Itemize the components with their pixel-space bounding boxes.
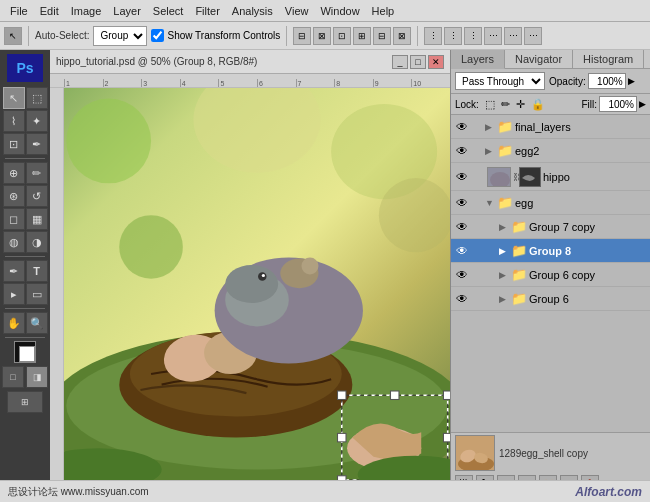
show-transform-checkbox[interactable]: Show Transform Controls <box>151 29 280 42</box>
layer-expand-arrow-egg2[interactable]: ▶ <box>485 146 495 156</box>
path-selection-tool[interactable]: ▸ <box>3 283 25 305</box>
lasso-tool[interactable]: ⌇ <box>3 110 25 132</box>
visibility-eye-egg[interactable]: 👁 <box>453 194 471 212</box>
maximize-button[interactable]: □ <box>410 55 426 69</box>
gradient-tool[interactable]: ▦ <box>26 208 48 230</box>
visibility-eye-group8[interactable]: 👁 <box>453 242 471 260</box>
eyedropper-tool[interactable]: ✒ <box>26 133 48 155</box>
opacity-arrow[interactable]: ▶ <box>628 76 635 86</box>
fill-arrow[interactable]: ▶ <box>639 99 646 109</box>
fill-input[interactable] <box>599 96 637 112</box>
menu-window[interactable]: Window <box>314 3 365 19</box>
dist-top-icon[interactable]: ⋯ <box>484 27 502 45</box>
dist-bottom-icon[interactable]: ⋯ <box>524 27 542 45</box>
layer-style-button[interactable]: fx <box>476 475 494 480</box>
dist-middle-icon[interactable]: ⋯ <box>504 27 522 45</box>
layer-expand-arrow-group6[interactable]: ▶ <box>499 294 509 304</box>
text-tool[interactable]: T <box>26 260 48 282</box>
tab-layers[interactable]: Layers <box>451 50 505 69</box>
eraser-tool[interactable]: ◻ <box>3 208 25 230</box>
move-tool-icon[interactable]: ↖ <box>4 27 22 45</box>
layer-mask-button[interactable]: ◐ <box>497 475 515 480</box>
layer-item-group7copy[interactable]: 👁 ▶ 📁 Group 7 copy <box>451 215 650 239</box>
menu-image[interactable]: Image <box>65 3 108 19</box>
dodge-tool[interactable]: ◑ <box>26 231 48 253</box>
menu-analysis[interactable]: Analysis <box>226 3 279 19</box>
new-group-button[interactable]: 📁 <box>539 475 557 480</box>
menu-layer[interactable]: Layer <box>107 3 147 19</box>
dist-right-icon[interactable]: ⋮ <box>464 27 482 45</box>
layer-item-egg[interactable]: 👁 ▼ 📁 egg <box>451 191 650 215</box>
pen-tool[interactable]: ✒ <box>3 260 25 282</box>
layer-item-hippo[interactable]: 👁 ⛓ hippo <box>451 163 650 191</box>
link-layers-button[interactable]: ⛓ <box>455 475 473 480</box>
lock-image-icon[interactable]: ✏ <box>501 98 510 111</box>
layer-item-group6copy[interactable]: 👁 ▶ 📁 Group 6 copy <box>451 263 650 287</box>
marquee-tool[interactable]: ⬚ <box>26 87 48 109</box>
tool-row-10: ✋ 🔍 <box>3 312 48 334</box>
menu-select[interactable]: Select <box>147 3 190 19</box>
layer-expand-arrow-final-layers[interactable]: ▶ <box>485 122 495 132</box>
dist-center-icon[interactable]: ⋮ <box>444 27 462 45</box>
lock-all-icon[interactable]: 🔒 <box>531 98 545 111</box>
opacity-input[interactable] <box>588 73 626 89</box>
canvas-image-area[interactable] <box>64 88 450 480</box>
move-tool[interactable]: ↖ <box>3 87 25 109</box>
visibility-eye-egg2[interactable]: 👁 <box>453 142 471 160</box>
visibility-eye-hippo[interactable]: 👁 <box>453 168 471 186</box>
tab-navigator[interactable]: Navigator <box>505 50 573 68</box>
layer-expand-arrow-egg[interactable]: ▼ <box>485 198 495 208</box>
align-left-icon[interactable]: ⊟ <box>293 27 311 45</box>
align-right-icon[interactable]: ⊡ <box>333 27 351 45</box>
screen-mode[interactable]: ⊞ <box>7 391 43 413</box>
new-layer-button[interactable]: + <box>560 475 578 480</box>
zoom-tool[interactable]: 🔍 <box>26 312 48 334</box>
align-center-h-icon[interactable]: ⊠ <box>313 27 331 45</box>
clone-stamp-tool[interactable]: ⊛ <box>3 185 25 207</box>
quick-mask-off[interactable]: □ <box>2 366 24 388</box>
quick-select-tool[interactable]: ✦ <box>26 110 48 132</box>
menu-file[interactable]: File <box>4 3 34 19</box>
menu-edit[interactable]: Edit <box>34 3 65 19</box>
delete-layer-button[interactable]: 🗑 <box>581 475 599 480</box>
layer-item-group8[interactable]: 👁 ▶ 📁 Group 8 <box>451 239 650 263</box>
panel-close[interactable]: ✕ <box>644 50 650 68</box>
menu-filter[interactable]: Filter <box>189 3 225 19</box>
visibility-eye-group6[interactable]: 👁 <box>453 290 471 308</box>
shape-tool[interactable]: ▭ <box>26 283 48 305</box>
brush-tool[interactable]: ✏ <box>26 162 48 184</box>
layer-item-group6[interactable]: 👁 ▶ 📁 Group 6 <box>451 287 650 311</box>
tab-histogram[interactable]: Histogram <box>573 50 644 68</box>
visibility-eye-final-layers[interactable]: 👁 <box>453 118 471 136</box>
layer-expand-arrow-group8[interactable]: ▶ <box>499 246 509 256</box>
hand-tool[interactable]: ✋ <box>3 312 25 334</box>
visibility-eye-group6copy[interactable]: 👁 <box>453 266 471 284</box>
lock-pixels-icon[interactable]: ⬚ <box>485 98 495 111</box>
menu-view[interactable]: View <box>279 3 315 19</box>
foreground-color[interactable] <box>14 341 36 363</box>
panel-body: Pass Through Normal Multiply Screen Opac… <box>451 69 650 480</box>
minimize-button[interactable]: _ <box>392 55 408 69</box>
layer-item-egg2[interactable]: 👁 ▶ 📁 egg2 <box>451 139 650 163</box>
auto-select-dropdown[interactable]: GroupLayer <box>93 26 147 46</box>
align-middle-v-icon[interactable]: ⊟ <box>373 27 391 45</box>
right-panel: Layers Navigator Histogram ✕ Pass Throug… <box>450 50 650 480</box>
menu-help[interactable]: Help <box>366 3 401 19</box>
blend-mode-select[interactable]: Pass Through Normal Multiply Screen <box>455 72 545 90</box>
adjustment-button[interactable]: ◑ <box>518 475 536 480</box>
lock-position-icon[interactable]: ✛ <box>516 98 525 111</box>
visibility-eye-group7copy[interactable]: 👁 <box>453 218 471 236</box>
quick-mask-on[interactable]: ◨ <box>26 366 48 388</box>
blur-tool[interactable]: ◍ <box>3 231 25 253</box>
history-brush-tool[interactable]: ↺ <box>26 185 48 207</box>
close-button[interactable]: ✕ <box>428 55 444 69</box>
layer-item-final-layers[interactable]: 👁 ▶ 📁 final_layers <box>451 115 650 139</box>
crop-tool[interactable]: ⊡ <box>3 133 25 155</box>
layer-expand-arrow-group6copy[interactable]: ▶ <box>499 270 509 280</box>
background-color[interactable] <box>19 346 35 362</box>
layer-expand-arrow-group7copy[interactable]: ▶ <box>499 222 509 232</box>
align-bottom-icon[interactable]: ⊠ <box>393 27 411 45</box>
dist-left-icon[interactable]: ⋮ <box>424 27 442 45</box>
align-top-icon[interactable]: ⊞ <box>353 27 371 45</box>
healing-tool[interactable]: ⊕ <box>3 162 25 184</box>
